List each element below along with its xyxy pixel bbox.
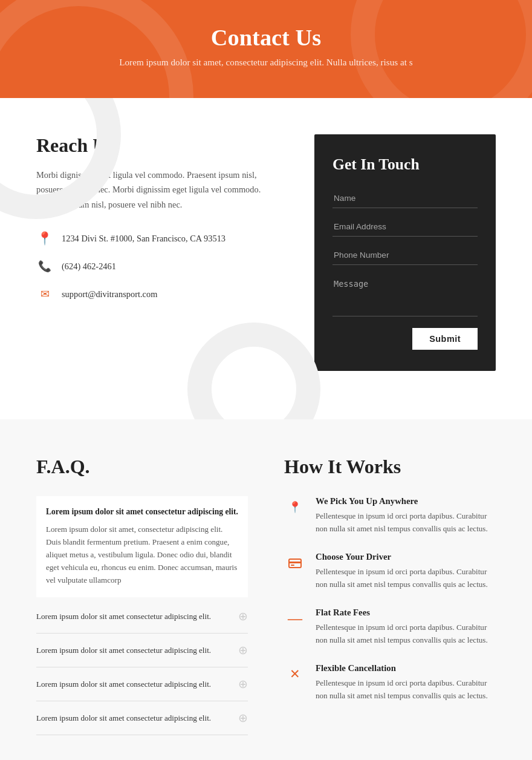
address-pin-icon: 📍 xyxy=(36,230,53,247)
hiw-item-3-title: Flexible Cancellation xyxy=(316,663,496,673)
message-input[interactable] xyxy=(332,274,478,316)
email-field-wrapper xyxy=(332,217,478,237)
faq-panel: F.A.Q. Lorem ipsum dolor sit amet consec… xyxy=(36,456,248,735)
hero-section: Contact Us Lorem ipsum dolor sit amet, c… xyxy=(0,0,532,98)
address-text: 1234 Divi St. #1000, San Francisco, CA 9… xyxy=(62,234,225,244)
faq-item-4[interactable]: Lorem ipsum dolor sit amet consectetur a… xyxy=(36,701,248,735)
faq-plus-2-icon: ⊕ xyxy=(238,643,248,657)
hiw-item-0-body: Pellentesque in ipsum id orci porta dapi… xyxy=(316,509,496,535)
email-text: support@divitransport.com xyxy=(62,289,157,300)
faq-item-1[interactable]: Lorem ipsum dolor sit amet consectetur a… xyxy=(36,600,248,634)
faq-item-2-label: Lorem ipsum dolor sit amet consectetur a… xyxy=(36,646,211,655)
hiw-pin-icon: 📍 xyxy=(284,496,306,518)
phone-text: (624) 462-2461 xyxy=(62,261,116,272)
hiw-dash-icon: — xyxy=(284,608,306,629)
hiw-heading: How It Works xyxy=(284,456,496,478)
phone-field-wrapper xyxy=(332,246,478,265)
submit-button[interactable]: Submit xyxy=(412,328,478,350)
faq-item-2[interactable]: Lorem ipsum dolor sit amet consectetur a… xyxy=(36,634,248,667)
message-field-wrapper xyxy=(332,274,478,319)
hiw-item-2: — Flat Rate Fees Pellentesque in ipsum i… xyxy=(284,608,496,646)
reach-description: Morbi dignissim eget ligula vel commodo.… xyxy=(36,168,278,212)
hiw-item-0: 📍 We Pick You Up Anywhere Pellentesque i… xyxy=(284,496,496,535)
hiw-item-0-title: We Pick You Up Anywhere xyxy=(316,496,496,506)
phone-input[interactable] xyxy=(332,246,478,265)
svg-rect-2 xyxy=(291,565,294,566)
hiw-item-3: ✕ Flexible Cancellation Pellentesque in … xyxy=(284,663,496,702)
hero-subtitle: Lorem ipsum dolor sit amet, consectetur … xyxy=(12,57,520,68)
faq-item-0[interactable]: Lorem ipsum dolor sit amet consectetur a… xyxy=(36,496,248,597)
faq-item-0-title: Lorem ipsum dolor sit amet consectetur a… xyxy=(46,507,238,517)
hiw-card-icon xyxy=(284,552,306,574)
name-input[interactable] xyxy=(332,189,478,208)
hiw-item-2-title: Flat Rate Fees xyxy=(316,608,496,618)
page-title: Contact Us xyxy=(12,24,520,51)
reach-left: Reach Us Morbi dignissim eget ligula vel… xyxy=(36,134,290,313)
contact-form-panel: Get In Touch Submit xyxy=(314,134,496,371)
faq-how-section: F.A.Q. Lorem ipsum dolor sit amet consec… xyxy=(0,419,532,760)
name-field-wrapper xyxy=(332,189,478,208)
hiw-item-2-body: Pellentesque in ipsum id orci porta dapi… xyxy=(316,621,496,646)
faq-plus-1-icon: ⊕ xyxy=(238,609,248,623)
hiw-item-1: Choose Your Driver Pellentesque in ipsum… xyxy=(284,552,496,591)
phone-icon: 📞 xyxy=(36,258,53,275)
email-item: ✉ support@divitransport.com xyxy=(36,286,278,303)
reach-section: Reach Us Morbi dignissim eget ligula vel… xyxy=(0,98,532,419)
phone-item: 📞 (624) 462-2461 xyxy=(36,258,278,275)
hiw-item-1-body: Pellentesque in ipsum id orci porta dapi… xyxy=(316,565,496,591)
mail-icon: ✉ xyxy=(36,286,53,303)
reach-section-wrapper: Reach Us Morbi dignissim eget ligula vel… xyxy=(0,98,532,419)
faq-item-4-label: Lorem ipsum dolor sit amet consectetur a… xyxy=(36,713,211,723)
faq-heading: F.A.Q. xyxy=(36,456,248,478)
reach-heading: Reach Us xyxy=(36,134,278,157)
how-it-works-panel: How It Works 📍 We Pick You Up Anywhere P… xyxy=(284,456,496,735)
faq-item-1-label: Lorem ipsum dolor sit amet consectetur a… xyxy=(36,612,211,621)
svg-rect-1 xyxy=(289,562,301,563)
hiw-item-1-title: Choose Your Driver xyxy=(316,552,496,562)
email-input[interactable] xyxy=(332,217,478,237)
faq-plus-4-icon: ⊕ xyxy=(238,711,248,725)
address-item: 📍 1234 Divi St. #1000, San Francisco, CA… xyxy=(36,230,278,247)
hiw-x-icon: ✕ xyxy=(284,663,306,685)
faq-item-3-label: Lorem ipsum dolor sit amet consectetur a… xyxy=(36,680,211,689)
faq-item-3[interactable]: Lorem ipsum dolor sit amet consectetur a… xyxy=(36,667,248,701)
faq-plus-3-icon: ⊕ xyxy=(238,677,248,691)
form-heading: Get In Touch xyxy=(332,156,478,174)
faq-item-0-body: Lorem ipsum dolor sit amet, consectetur … xyxy=(46,523,238,586)
hiw-item-3-body: Pellentesque in ipsum id orci porta dapi… xyxy=(316,676,496,702)
